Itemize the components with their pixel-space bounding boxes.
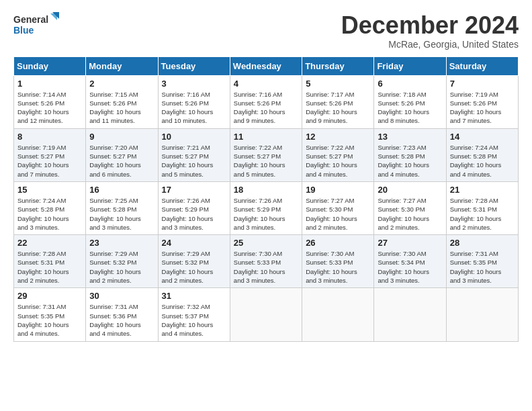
table-row: 31Sunrise: 7:32 AM Sunset: 5:37 PM Dayli…: [158, 288, 230, 341]
header: General Blue December 2024 McRae, Georgi…: [13, 12, 519, 50]
day-number: 14: [450, 132, 515, 142]
table-row: 19Sunrise: 7:27 AM Sunset: 5:30 PM Dayli…: [302, 181, 374, 234]
day-info: Sunrise: 7:28 AM Sunset: 5:31 PM Dayligh…: [450, 196, 515, 232]
day-info: Sunrise: 7:19 AM Sunset: 5:26 PM Dayligh…: [450, 90, 515, 126]
day-info: Sunrise: 7:14 AM Sunset: 5:26 PM Dayligh…: [17, 90, 82, 126]
day-number: 24: [162, 238, 226, 248]
day-number: 16: [89, 185, 154, 195]
day-number: 30: [89, 291, 154, 301]
table-row: 12Sunrise: 7:22 AM Sunset: 5:27 PM Dayli…: [302, 128, 374, 181]
day-info: Sunrise: 7:29 AM Sunset: 5:32 PM Dayligh…: [162, 249, 226, 285]
table-row: 27Sunrise: 7:30 AM Sunset: 5:34 PM Dayli…: [374, 235, 446, 288]
day-number: 28: [450, 238, 515, 248]
col-sunday: Sunday: [14, 56, 86, 75]
day-info: Sunrise: 7:30 AM Sunset: 5:33 PM Dayligh…: [234, 249, 298, 285]
day-number: 27: [378, 238, 442, 248]
table-row: 18Sunrise: 7:26 AM Sunset: 5:29 PM Dayli…: [230, 181, 302, 234]
col-friday: Friday: [374, 56, 446, 75]
calendar-week-row: 1Sunrise: 7:14 AM Sunset: 5:26 PM Daylig…: [14, 75, 519, 128]
table-row: [302, 288, 374, 341]
day-number: 26: [306, 238, 370, 248]
day-number: 11: [234, 132, 298, 142]
col-thursday: Thursday: [302, 56, 374, 75]
col-wednesday: Wednesday: [230, 56, 302, 75]
day-info: Sunrise: 7:32 AM Sunset: 5:37 PM Dayligh…: [162, 302, 226, 338]
day-info: Sunrise: 7:24 AM Sunset: 5:28 PM Dayligh…: [17, 196, 82, 232]
day-info: Sunrise: 7:20 AM Sunset: 5:27 PM Dayligh…: [89, 143, 154, 179]
day-number: 9: [89, 132, 154, 142]
day-number: 12: [306, 132, 370, 142]
calendar-week-row: 8Sunrise: 7:19 AM Sunset: 5:27 PM Daylig…: [14, 128, 519, 181]
table-row: [374, 288, 446, 341]
day-info: Sunrise: 7:15 AM Sunset: 5:26 PM Dayligh…: [89, 90, 154, 126]
day-info: Sunrise: 7:28 AM Sunset: 5:31 PM Dayligh…: [17, 249, 82, 285]
table-row: 22Sunrise: 7:28 AM Sunset: 5:31 PM Dayli…: [14, 235, 86, 288]
location: McRae, Georgia, United States: [341, 39, 519, 50]
day-info: Sunrise: 7:27 AM Sunset: 5:30 PM Dayligh…: [378, 196, 442, 232]
day-info: Sunrise: 7:18 AM Sunset: 5:26 PM Dayligh…: [378, 90, 442, 126]
day-info: Sunrise: 7:21 AM Sunset: 5:27 PM Dayligh…: [162, 143, 226, 179]
table-row: 28Sunrise: 7:31 AM Sunset: 5:35 PM Dayli…: [446, 235, 518, 288]
day-info: Sunrise: 7:17 AM Sunset: 5:26 PM Dayligh…: [306, 90, 370, 126]
table-row: 11Sunrise: 7:22 AM Sunset: 5:27 PM Dayli…: [230, 128, 302, 181]
day-number: 19: [306, 185, 370, 195]
svg-text:General: General: [13, 14, 48, 25]
table-row: 20Sunrise: 7:27 AM Sunset: 5:30 PM Dayli…: [374, 181, 446, 234]
day-number: 17: [162, 185, 226, 195]
day-number: 18: [234, 185, 298, 195]
table-row: 8Sunrise: 7:19 AM Sunset: 5:27 PM Daylig…: [14, 128, 86, 181]
day-info: Sunrise: 7:16 AM Sunset: 5:26 PM Dayligh…: [162, 90, 226, 126]
day-info: Sunrise: 7:30 AM Sunset: 5:34 PM Dayligh…: [378, 249, 442, 285]
day-info: Sunrise: 7:22 AM Sunset: 5:27 PM Dayligh…: [306, 143, 370, 179]
table-row: 30Sunrise: 7:31 AM Sunset: 5:36 PM Dayli…: [86, 288, 158, 341]
day-info: Sunrise: 7:27 AM Sunset: 5:30 PM Dayligh…: [306, 196, 370, 232]
day-number: 1: [17, 79, 82, 89]
table-row: 3Sunrise: 7:16 AM Sunset: 5:26 PM Daylig…: [158, 75, 230, 128]
day-number: 7: [450, 79, 515, 89]
table-row: 10Sunrise: 7:21 AM Sunset: 5:27 PM Dayli…: [158, 128, 230, 181]
day-number: 4: [234, 79, 298, 89]
table-row: 26Sunrise: 7:30 AM Sunset: 5:33 PM Dayli…: [302, 235, 374, 288]
table-row: 7Sunrise: 7:19 AM Sunset: 5:26 PM Daylig…: [446, 75, 518, 128]
calendar-header-row: Sunday Monday Tuesday Wednesday Thursday…: [14, 56, 519, 75]
table-row: 16Sunrise: 7:25 AM Sunset: 5:28 PM Dayli…: [86, 181, 158, 234]
calendar-week-row: 29Sunrise: 7:31 AM Sunset: 5:35 PM Dayli…: [14, 288, 519, 341]
day-number: 5: [306, 79, 370, 89]
day-info: Sunrise: 7:26 AM Sunset: 5:29 PM Dayligh…: [162, 196, 226, 232]
col-tuesday: Tuesday: [158, 56, 230, 75]
table-row: 1Sunrise: 7:14 AM Sunset: 5:26 PM Daylig…: [14, 75, 86, 128]
day-info: Sunrise: 7:29 AM Sunset: 5:32 PM Dayligh…: [89, 249, 154, 285]
logo: General Blue: [13, 12, 59, 39]
month-title: December 2024: [341, 12, 519, 39]
calendar-week-row: 22Sunrise: 7:28 AM Sunset: 5:31 PM Dayli…: [14, 235, 519, 288]
day-number: 10: [162, 132, 226, 142]
calendar-table: Sunday Monday Tuesday Wednesday Thursday…: [13, 56, 519, 342]
table-row: 2Sunrise: 7:15 AM Sunset: 5:26 PM Daylig…: [86, 75, 158, 128]
day-number: 6: [378, 79, 442, 89]
page: General Blue December 2024 McRae, Georgi…: [0, 0, 532, 411]
day-number: 8: [17, 132, 82, 142]
day-number: 23: [89, 238, 154, 248]
day-number: 22: [17, 238, 82, 248]
table-row: 6Sunrise: 7:18 AM Sunset: 5:26 PM Daylig…: [374, 75, 446, 128]
col-monday: Monday: [86, 56, 158, 75]
day-number: 25: [234, 238, 298, 248]
day-number: 3: [162, 79, 226, 89]
table-row: 9Sunrise: 7:20 AM Sunset: 5:27 PM Daylig…: [86, 128, 158, 181]
day-info: Sunrise: 7:30 AM Sunset: 5:33 PM Dayligh…: [306, 249, 370, 285]
day-info: Sunrise: 7:26 AM Sunset: 5:29 PM Dayligh…: [234, 196, 298, 232]
day-info: Sunrise: 7:16 AM Sunset: 5:26 PM Dayligh…: [234, 90, 298, 126]
table-row: [446, 288, 518, 341]
day-number: 31: [162, 291, 226, 301]
table-row: 29Sunrise: 7:31 AM Sunset: 5:35 PM Dayli…: [14, 288, 86, 341]
day-number: 15: [17, 185, 82, 195]
day-info: Sunrise: 7:31 AM Sunset: 5:35 PM Dayligh…: [17, 302, 82, 338]
table-row: 25Sunrise: 7:30 AM Sunset: 5:33 PM Dayli…: [230, 235, 302, 288]
calendar-week-row: 15Sunrise: 7:24 AM Sunset: 5:28 PM Dayli…: [14, 181, 519, 234]
svg-text:Blue: Blue: [13, 25, 34, 36]
logo-svg: General Blue: [13, 12, 59, 39]
day-number: 13: [378, 132, 442, 142]
day-info: Sunrise: 7:31 AM Sunset: 5:36 PM Dayligh…: [89, 302, 154, 338]
table-row: [230, 288, 302, 341]
title-block: December 2024 McRae, Georgia, United Sta…: [341, 12, 519, 50]
